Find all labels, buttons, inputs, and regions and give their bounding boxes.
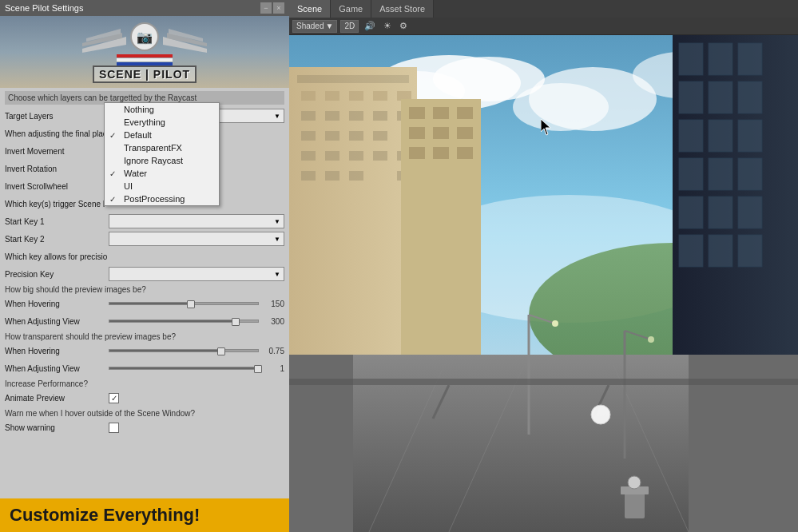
ignore-raycast-label: Ignore Raycast [124, 156, 183, 165]
svg-rect-50 [679, 158, 703, 190]
effects-icon[interactable]: ⚙ [397, 20, 410, 32]
svg-rect-22 [301, 111, 316, 121]
svg-rect-31 [301, 151, 316, 161]
hover-slider-label: When Hovering [5, 300, 109, 308]
start-key-2-value: ▼ [109, 232, 284, 246]
main-container: Scene Pilot Settings − × [0, 0, 798, 532]
shaded-dropdown[interactable]: Shaded ▼ [292, 20, 337, 33]
svg-rect-36 [301, 171, 316, 181]
svg-rect-55 [738, 197, 762, 228]
trigger-key-label: Which key(s) trigger Scene P [5, 200, 109, 208]
adjust-slider-fill [109, 320, 236, 322]
svg-rect-20 [373, 91, 387, 101]
menu-item-transparentfx[interactable]: TransparentFX [105, 141, 219, 154]
adjust-trans-thumb[interactable] [254, 365, 262, 373]
svg-point-77 [552, 320, 558, 327]
svg-rect-25 [373, 111, 387, 121]
svg-rect-62 [457, 107, 473, 119]
svg-rect-45 [709, 81, 732, 113]
tab-asset-store[interactable]: Asset Store [371, 0, 434, 18]
menu-item-nothing[interactable]: Nothing [105, 103, 219, 116]
hover-slider-thumb[interactable] [187, 300, 195, 308]
lights-icon[interactable]: ☀ [381, 20, 394, 32]
menu-item-ui[interactable]: UI [105, 180, 219, 193]
tab-scene[interactable]: Scene [289, 0, 331, 18]
tab-game[interactable]: Game [331, 0, 371, 18]
svg-rect-52 [738, 158, 762, 190]
invert-rotation-label: Invert Rotation [5, 165, 109, 173]
menu-item-default[interactable]: ✓ Default [105, 129, 219, 141]
svg-rect-49 [738, 120, 762, 152]
hover-trans-thumb[interactable] [217, 347, 225, 355]
svg-rect-30 [373, 131, 387, 141]
svg-rect-81 [289, 379, 798, 385]
svg-point-84 [591, 405, 610, 424]
svg-rect-24 [349, 111, 363, 121]
hover-trans-fill [109, 350, 221, 351]
svg-rect-16 [297, 75, 409, 83]
title-bar-label: Scene Pilot Settings [5, 3, 83, 13]
audio-icon[interactable]: 🔊 [362, 20, 378, 32]
svg-rect-34 [373, 151, 387, 161]
adjust-trans-track[interactable] [109, 367, 259, 370]
logo-text: SCENE | PILOT [99, 68, 190, 81]
hover-trans-label: When Hovering [5, 347, 109, 355]
postprocessing-check: ✓ [109, 195, 121, 204]
adjust-trans-container: 1 [109, 364, 284, 373]
logo-wing-right [159, 21, 207, 53]
start-key-2-dropdown[interactable]: ▼ [109, 232, 284, 246]
stripe-white [117, 58, 173, 62]
mode-2d-dropdown[interactable]: 2D [340, 20, 359, 33]
hover-slider-track[interactable] [109, 302, 259, 305]
start-key-1-row: Start Key 1 ▼ [5, 213, 284, 229]
adjust-slider-row: When Adjusting View 300 [5, 313, 284, 329]
menu-item-postprocessing[interactable]: ✓ PostProcessing [105, 193, 219, 205]
svg-rect-61 [433, 107, 449, 119]
svg-rect-41 [679, 43, 703, 75]
adjust-slider-thumb[interactable] [232, 318, 240, 326]
svg-rect-57 [709, 235, 732, 267]
promo-text: Customize Everything! [10, 505, 200, 526]
svg-rect-53 [679, 197, 703, 228]
menu-item-water[interactable]: ✓ Water [105, 167, 219, 180]
adjust-slider-label: When Adjusting View [5, 317, 109, 326]
logo-circle: 📷 [130, 22, 159, 51]
start-key-2-row: Start Key 2 ▼ [5, 231, 284, 247]
adjust-trans-label: When Adjusting View [5, 364, 109, 373]
minimize-button[interactable]: − [260, 2, 272, 14]
logo-text-box: SCENE | PILOT [93, 66, 197, 83]
svg-rect-68 [457, 147, 473, 159]
adjust-trans-value: 1 [262, 364, 284, 373]
promo-bar: Customize Everything! [0, 498, 289, 532]
start-key-2-label: Start Key 2 [5, 235, 109, 244]
preview-size-label: How big should the preview images be? [5, 285, 284, 294]
close-button[interactable]: × [273, 2, 284, 14]
invert-movement-label: Invert Movement [5, 147, 109, 156]
menu-item-ignore-raycast[interactable]: Ignore Raycast [105, 154, 219, 167]
svg-rect-65 [457, 127, 473, 139]
viewport [289, 35, 798, 532]
logo-content: 📷 SCENE | PILOT [82, 21, 207, 83]
hover-slider-row: When Hovering 150 [5, 296, 284, 312]
warn-label: Warn me when I hover outside of the Scen… [5, 409, 284, 418]
svg-rect-85 [625, 490, 645, 518]
target-layers-menu: Nothing Everything ✓ Default Transparent… [104, 102, 220, 206]
animate-preview-checkbox[interactable]: ✓ [109, 393, 119, 403]
precision-key-row: Precision Key ▼ [5, 266, 284, 282]
dropdown-arrow-icon: ▼ [274, 113, 280, 120]
svg-rect-33 [349, 151, 363, 161]
precision-key-dropdown[interactable]: ▼ [109, 267, 284, 281]
adjust-slider-track[interactable] [109, 320, 259, 323]
hover-trans-track[interactable] [109, 349, 259, 352]
start-key-1-dropdown[interactable]: ▼ [109, 214, 284, 228]
menu-item-everything[interactable]: Everything [105, 116, 219, 129]
show-warning-checkbox[interactable] [109, 423, 119, 433]
svg-rect-23 [325, 111, 339, 121]
ui-label: UI [124, 181, 133, 191]
editor-tabs: Scene Game Asset Store [289, 0, 798, 18]
default-label: Default [124, 130, 152, 140]
svg-rect-51 [709, 158, 732, 190]
svg-rect-63 [409, 127, 425, 139]
everything-label: Everything [124, 117, 165, 127]
water-check: ✓ [109, 169, 121, 178]
